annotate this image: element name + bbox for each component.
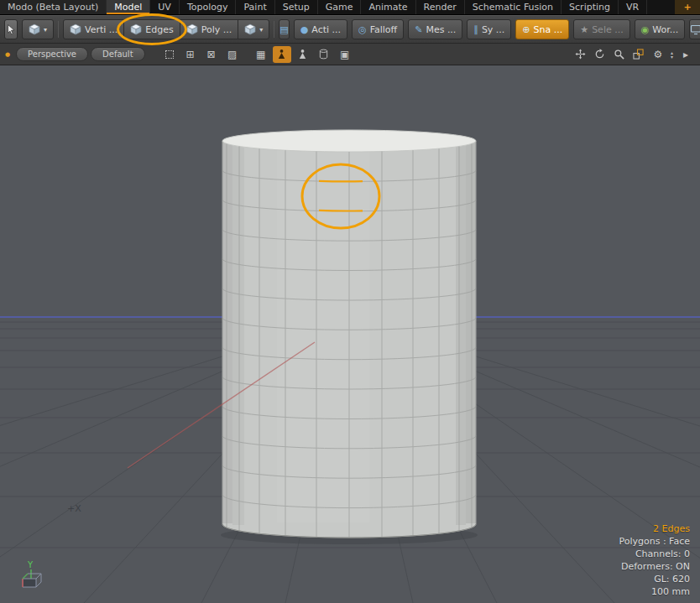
chevron-down-icon: ▾ — [44, 26, 47, 34]
menu-tab-vr[interactable]: VR — [619, 0, 647, 14]
menu-bar: Modo (Beta Layout) Model UV Topology Pai… — [0, 0, 700, 15]
symmetry-button[interactable]: ∥ Sy ... — [467, 19, 511, 39]
falloff-button[interactable]: ◎ Falloff — [352, 19, 404, 39]
grid-x-toggle[interactable]: ⊠ — [202, 46, 221, 63]
selection-sets-button[interactable]: ★ Sele ... — [573, 19, 629, 39]
expand-icon — [633, 49, 644, 60]
viewport-capture-button[interactable] — [689, 19, 700, 39]
menu-tab-paint[interactable]: Paint — [236, 0, 274, 14]
menu-tab-model[interactable]: Model — [107, 0, 150, 14]
modo-app: Modo (Beta Layout) Model UV Topology Pai… — [0, 0, 700, 603]
selection-mode-group: Verti ... Edges Poly ... ▾ — [63, 19, 269, 39]
scale-readout: 100 mm — [619, 585, 690, 598]
pan-icon — [575, 49, 586, 60]
rotate-icon — [594, 49, 605, 60]
grid-dotted-toggle[interactable] — [160, 46, 179, 63]
grid-quad-toggle[interactable]: ⊞ — [181, 46, 200, 63]
modes-toolbar: ▾ Verti ... Edges Poly ... ▾ ▤ — [0, 15, 700, 44]
viewport-more-button[interactable]: ▸ — [679, 48, 692, 61]
scene-3d: Y +X — [0, 65, 700, 603]
selection-set-icon: ★ — [580, 25, 588, 34]
menu-tab-uv[interactable]: UV — [150, 0, 180, 14]
cylinder-icon — [318, 49, 329, 60]
mesh-edit-icon: ✎ — [415, 25, 422, 34]
snap-icon: ⊕ — [522, 25, 530, 34]
dotted-grid-icon — [165, 50, 174, 59]
hatch-toggle[interactable]: ▨ — [223, 46, 242, 63]
mesh-ops-label: Mes ... — [426, 24, 456, 35]
edges-mode-label: Edges — [145, 24, 173, 35]
zoom-view-button[interactable] — [613, 48, 626, 61]
mode-readout: Polygons : Face — [619, 535, 690, 548]
action-center-label: Acti ... — [311, 24, 341, 35]
orientation-gizmo: Y — [23, 560, 41, 587]
cube-icon — [29, 23, 40, 35]
menu-tab-setup[interactable]: Setup — [275, 0, 318, 14]
snapping-label: Sna ... — [534, 24, 563, 35]
add-layout-tab-button[interactable]: + — [675, 0, 700, 14]
edges-mode-button[interactable]: Edges — [123, 19, 180, 39]
viewport-settings-button[interactable]: ⚙ — [651, 48, 665, 61]
cylinder-display-toggle[interactable] — [315, 46, 333, 63]
quad-grid-icon: ⊞ — [186, 49, 195, 60]
hatch-icon: ▨ — [227, 49, 237, 60]
menu-tab-game[interactable]: Game — [318, 0, 362, 14]
wire-grid-toggle[interactable]: ▦ — [252, 46, 270, 63]
cube-icon — [244, 23, 256, 35]
pan-view-button[interactable] — [574, 48, 588, 61]
polygons-mode-label: Poly ... — [201, 24, 232, 35]
gear-icon: ⚙ — [654, 49, 663, 60]
menu-tab-scripting[interactable]: Scripting — [562, 0, 619, 14]
person-icon — [276, 49, 287, 60]
action-center-icon: ● — [300, 25, 309, 34]
vertices-mode-label: Verti ... — [85, 24, 118, 35]
deformers-readout: Deformers: ON — [619, 560, 690, 573]
work-plane-icon: ◉ — [641, 25, 650, 34]
gl-readout: GL: 620 — [619, 573, 690, 585]
snapping-button[interactable]: ⊕ Sna ... — [515, 19, 569, 39]
orbit-view-button[interactable] — [593, 48, 607, 61]
toolbar-separator — [58, 21, 59, 38]
spinner-down-icon: ▾ — [671, 55, 673, 59]
item-list-button[interactable]: ▤ — [279, 19, 289, 39]
item-list-icon: ▤ — [279, 25, 288, 34]
channels-readout: Channels: 0 — [619, 548, 690, 560]
mesh-ops-button[interactable]: ✎ Mes ... — [408, 19, 462, 39]
chevron-down-icon: ▾ — [259, 26, 263, 34]
view-type-dropdown[interactable]: Perspective — [16, 47, 88, 61]
maximize-viewport-button[interactable] — [632, 48, 645, 61]
viewport-3d[interactable]: Y +X 2 Edges Polygons : Face Channels: 0… — [0, 65, 700, 603]
viewport-spinner[interactable]: ▴ ▾ — [671, 50, 673, 59]
transform-tool-button[interactable] — [4, 19, 18, 39]
falloff-icon: ◎ — [358, 25, 367, 34]
items-mode-dropdown[interactable]: ▾ — [238, 19, 269, 39]
box-icon: ▣ — [340, 49, 349, 60]
menu-tab-schematic-fusion[interactable]: Schematic Fusion — [465, 0, 562, 14]
menu-tab-animate[interactable]: Animate — [361, 0, 415, 14]
viewport-toolbar: ● Perspective Default ⊞ ⊠ ▨ ▦ ▣ ⚙ ▴ ▾ — [0, 44, 700, 65]
skeleton-figure-toggle[interactable] — [294, 46, 312, 63]
triangle-right-icon: ▸ — [683, 49, 688, 60]
shading-style-dropdown[interactable]: Default — [91, 47, 145, 61]
toolbar-separator — [274, 21, 274, 38]
viewport-options-icon[interactable]: ● — [5, 51, 10, 58]
vertices-mode-button[interactable]: Verti ... — [63, 19, 124, 39]
polygons-mode-button[interactable]: Poly ... — [180, 19, 239, 39]
selection-sets-label: Sele ... — [592, 24, 624, 35]
work-plane-button[interactable]: ◉ Wor... — [635, 19, 686, 39]
cube-icon — [70, 23, 81, 35]
symmetry-icon: ∥ — [473, 25, 478, 34]
item-selection-dropdown[interactable]: ▾ — [22, 19, 54, 39]
action-center-button[interactable]: ● Acti ... — [294, 19, 347, 39]
work-plane-label: Wor... — [652, 24, 678, 35]
menu-tab-topology[interactable]: Topology — [180, 0, 237, 14]
menu-tab-modo-beta-layout[interactable]: Modo (Beta Layout) — [0, 0, 107, 14]
gl-figure-toggle[interactable] — [273, 46, 291, 63]
axis-label-plus-x: +X — [67, 503, 81, 514]
monitor-icon — [690, 23, 700, 35]
bbox-display-toggle[interactable]: ▣ — [336, 46, 354, 63]
small-grid-icon: ▦ — [256, 49, 265, 60]
menu-tab-render[interactable]: Render — [416, 0, 465, 14]
gizmo-y-label: Y — [27, 560, 34, 569]
magnifier-icon — [614, 49, 624, 60]
